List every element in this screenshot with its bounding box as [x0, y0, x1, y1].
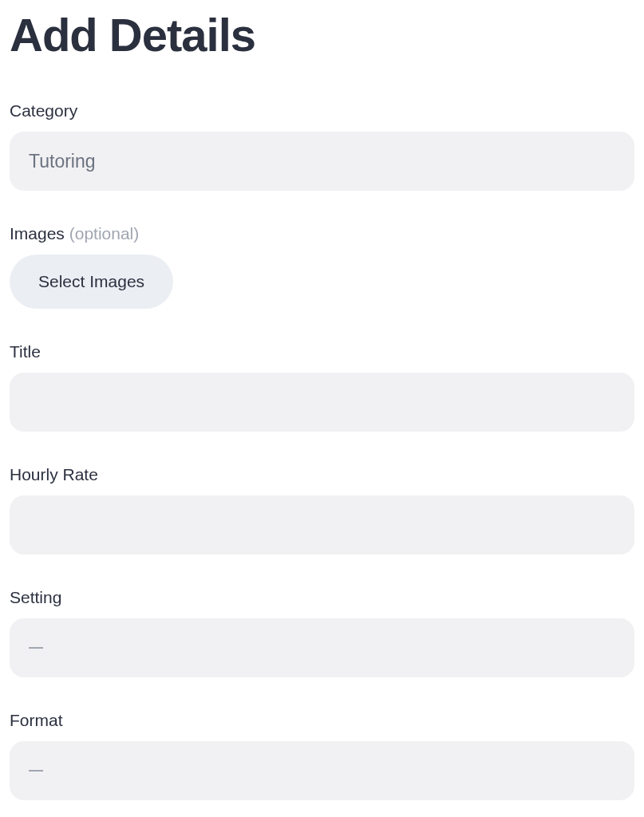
images-optional-text: (optional)	[69, 224, 140, 243]
hourly-rate-group: Hourly Rate	[10, 465, 634, 555]
images-label-text: Images	[10, 224, 65, 243]
hourly-rate-input[interactable]	[10, 495, 634, 555]
format-label: Format	[10, 711, 634, 730]
hourly-rate-label: Hourly Rate	[10, 465, 634, 484]
category-input[interactable]	[10, 132, 634, 191]
dash-icon	[29, 647, 43, 649]
setting-select[interactable]	[10, 618, 634, 677]
images-label: Images (optional)	[10, 224, 634, 243]
setting-group: Setting	[10, 588, 634, 677]
title-group: Title	[10, 342, 634, 432]
title-label: Title	[10, 342, 634, 361]
category-label: Category	[10, 101, 634, 120]
images-group: Images (optional) Select Images	[10, 224, 634, 309]
dash-icon	[29, 770, 43, 772]
select-images-button[interactable]: Select Images	[10, 255, 173, 309]
format-group: Format	[10, 711, 634, 800]
page-title: Add Details	[10, 8, 634, 61]
title-input[interactable]	[10, 373, 634, 432]
setting-label: Setting	[10, 588, 634, 607]
category-group: Category	[10, 101, 634, 191]
format-select[interactable]	[10, 741, 634, 800]
